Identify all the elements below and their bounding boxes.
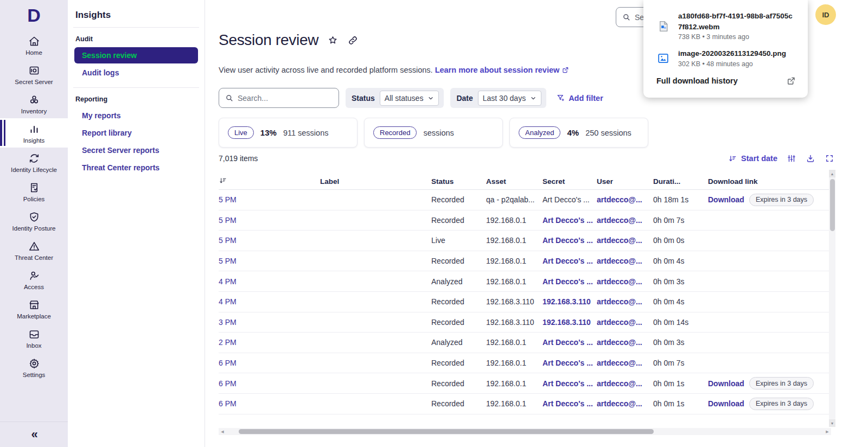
cell-user[interactable]: artdecco@...	[597, 379, 653, 388]
cell-user[interactable]: artdecco@...	[597, 236, 653, 245]
cell-start-time[interactable]: 6 PM	[219, 379, 320, 388]
header-download-link[interactable]: Download link	[708, 177, 831, 186]
scroll-down-arrow[interactable]: ▼	[829, 419, 835, 427]
rail-item-settings[interactable]: Settings	[0, 353, 68, 382]
stat-card-live[interactable]: Live13%911 sessions	[219, 118, 358, 148]
cell-secret[interactable]: 192.168.3.110	[542, 297, 597, 306]
cell-start-time[interactable]: 6 PM	[219, 399, 320, 408]
table-search[interactable]	[219, 88, 339, 108]
scroll-left-arrow[interactable]: ◀	[219, 428, 226, 435]
cell-start-time[interactable]: 2 PM	[219, 338, 320, 347]
cell-secret[interactable]: Art Decco's ...	[542, 338, 597, 347]
table-search-input[interactable]	[238, 94, 333, 103]
table-row[interactable]: 4 PMAnalyzed192.168.0.1Art Decco's ...ar…	[219, 271, 831, 292]
fullscreen-icon[interactable]	[825, 154, 834, 163]
stat-card-recorded[interactable]: Recordedsessions	[364, 118, 503, 148]
header-secret[interactable]: Secret	[542, 177, 597, 186]
avatar[interactable]: ID	[815, 4, 836, 25]
vertical-scrollbar[interactable]: ▲ ▼	[829, 170, 835, 427]
cell-secret[interactable]: Art Decco's ...	[542, 236, 597, 245]
download-item[interactable]: a180fd68-bf7f-4191-98b8-af7505c7f812.web…	[656, 11, 796, 41]
table-row[interactable]: 6 PMRecorded192.168.0.1Art Decco's ...ar…	[219, 394, 831, 414]
table-row[interactable]: 2 PMAnalyzed192.168.0.1Art Decco's ...ar…	[219, 333, 831, 353]
header-status[interactable]: Status	[431, 177, 486, 186]
scroll-up-arrow[interactable]: ▲	[829, 170, 835, 177]
subnav-item-report-library[interactable]: Report library	[74, 125, 198, 141]
download-link[interactable]: Download	[708, 379, 744, 388]
cell-user[interactable]: artdecco@...	[597, 338, 653, 347]
rail-item-identity-lifecycle[interactable]: Identity Lifecycle	[0, 148, 68, 177]
sort-button[interactable]: Start date	[728, 154, 777, 163]
cell-start-time[interactable]: 4 PM	[219, 297, 320, 306]
table-row[interactable]: 6 PMRecorded192.168.0.1Art Decco's ...ar…	[219, 373, 831, 394]
cell-start-time[interactable]: 5 PM	[219, 257, 320, 265]
full-download-history-link[interactable]: Full download history	[656, 76, 796, 86]
horizontal-scrollbar[interactable]: ◀ ▶	[219, 428, 831, 435]
header-durati-[interactable]: Durati...	[653, 177, 708, 186]
rail-item-threat-center[interactable]: Threat Center	[0, 235, 68, 265]
cell-start-time[interactable]: 6 PM	[219, 359, 320, 367]
cell-secret[interactable]: Art Decco's ...	[542, 359, 597, 367]
rail-item-identity-posture[interactable]: Identity Posture	[0, 206, 68, 235]
rail-item-policies[interactable]: Policies	[0, 177, 68, 206]
header-label[interactable]: Label	[320, 177, 431, 186]
cell-secret[interactable]: Art Decco's ...	[542, 379, 597, 388]
cell-secret[interactable]: Art Decco's ...	[542, 216, 597, 225]
cell-secret[interactable]: Art Decco's ...	[542, 257, 597, 265]
subnav-item-audit-logs[interactable]: Audit logs	[74, 65, 198, 81]
horizontal-scroll-thumb[interactable]	[239, 429, 654, 434]
rail-item-access[interactable]: Access	[0, 265, 68, 294]
download-link[interactable]: Download	[708, 399, 744, 408]
table-row[interactable]: 5 PMRecordedqa - p2qalab...Art Decco's .…	[219, 190, 831, 210]
cell-user[interactable]: artdecco@...	[597, 195, 653, 204]
cell-user[interactable]: artdecco@...	[597, 359, 653, 367]
cell-start-time[interactable]: 5 PM	[219, 195, 320, 204]
cell-user[interactable]: artdecco@...	[597, 277, 653, 286]
cell-secret[interactable]: Art Decco's ...	[542, 277, 597, 286]
rail-item-insights[interactable]: Insights	[0, 118, 68, 148]
copy-link-icon[interactable]	[347, 35, 359, 46]
table-row[interactable]: 6 PMRecorded192.168.0.1Art Decco's ...ar…	[219, 353, 831, 374]
cell-start-time[interactable]: 5 PM	[219, 216, 320, 225]
table-row[interactable]: 4 PMRecorded192.168.3.110192.168.3.110ar…	[219, 292, 831, 312]
date-filter-select[interactable]: Last 30 days	[478, 91, 541, 106]
header-asset[interactable]: Asset	[486, 177, 542, 186]
cell-user[interactable]: artdecco@...	[597, 318, 653, 327]
app-logo[interactable]: D	[0, 0, 68, 30]
export-download-icon[interactable]	[806, 154, 815, 163]
rail-item-home[interactable]: Home	[0, 30, 68, 60]
cell-start-time[interactable]: 4 PM	[219, 277, 320, 286]
stat-card-analyzed[interactable]: Analyzed4%250 sessions	[509, 118, 648, 148]
table-row[interactable]: 5 PMRecorded192.168.0.1Art Decco's ...ar…	[219, 251, 831, 272]
add-filter-button[interactable]: Add filter	[556, 93, 603, 103]
subnav-item-session-review[interactable]: Session review	[74, 47, 198, 63]
download-item[interactable]: image-20200326113129450.png302 KB • 48 m…	[656, 48, 796, 68]
cell-start-time[interactable]: 3 PM	[219, 318, 320, 327]
rail-item-inventory[interactable]: Inventory	[0, 89, 68, 118]
status-filter-select[interactable]: All statuses	[380, 91, 439, 106]
cell-user[interactable]: artdecco@...	[597, 297, 653, 306]
collapse-sidebar-button[interactable]: «	[0, 422, 68, 447]
cell-user[interactable]: artdecco@...	[597, 216, 653, 225]
download-link[interactable]: Download	[708, 195, 744, 204]
scroll-right-arrow[interactable]: ▶	[824, 428, 831, 435]
subnav-item-secret-server-reports[interactable]: Secret Server reports	[74, 142, 198, 158]
cell-user[interactable]: artdecco@...	[597, 399, 653, 408]
table-row[interactable]: 3 PMRecorded192.168.3.110192.168.3.110ar…	[219, 312, 831, 333]
header-user[interactable]: User	[597, 177, 653, 186]
cell-user[interactable]: artdecco@...	[597, 257, 653, 265]
subnav-item-threat-center-reports[interactable]: Threat Center reports	[74, 159, 198, 176]
learn-more-link[interactable]: Learn more about session review	[435, 66, 570, 74]
header-sort[interactable]	[219, 176, 320, 187]
vertical-scroll-thumb[interactable]	[830, 179, 835, 231]
favorite-star-icon[interactable]	[327, 35, 339, 46]
cell-secret[interactable]: Art Decco's ...	[542, 399, 597, 408]
subnav-item-my-reports[interactable]: My reports	[74, 107, 198, 124]
table-row[interactable]: 5 PMRecorded192.168.0.1Art Decco's ...ar…	[219, 210, 831, 231]
rail-item-inbox[interactable]: Inbox	[0, 323, 68, 353]
cell-start-time[interactable]: 5 PM	[219, 236, 320, 245]
table-row[interactable]: 5 PMLive192.168.0.1Art Decco's ...artdec…	[219, 231, 831, 251]
column-settings-icon[interactable]	[787, 154, 796, 163]
rail-item-secret-server[interactable]: Secret Server	[0, 60, 68, 89]
rail-item-marketplace[interactable]: Marketplace	[0, 294, 68, 323]
